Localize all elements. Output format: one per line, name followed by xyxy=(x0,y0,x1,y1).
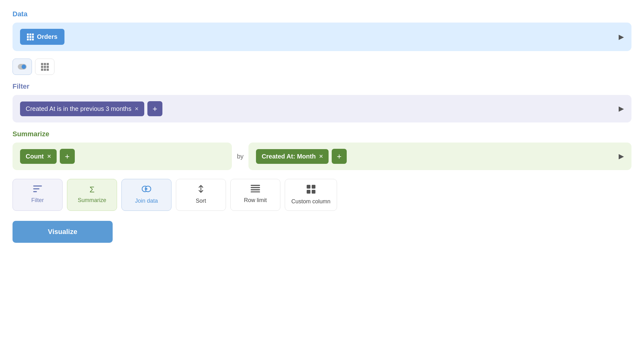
svg-point-5 xyxy=(146,188,147,190)
grid-view-icon xyxy=(41,63,49,71)
filter-section: Filter Created At is in the previous 3 m… xyxy=(13,82,631,122)
custom-column-button[interactable]: Custom column xyxy=(285,179,337,211)
data-section-label: Data xyxy=(13,10,631,18)
join-action-label: Join data xyxy=(135,198,158,204)
toggle-icon xyxy=(18,64,27,70)
svg-rect-10 xyxy=(307,185,310,189)
summarize-action-icon: Σ xyxy=(89,185,95,195)
svg-rect-11 xyxy=(312,185,315,189)
count-tag-text: Count xyxy=(26,153,44,160)
filter-section-label: Filter xyxy=(13,82,631,91)
view-toggle-row xyxy=(13,59,631,75)
summarize-cards-wrapper: Count ✕ + by Created At: Month ✕ + ▶ xyxy=(13,143,631,170)
summarize-section-label: Summarize xyxy=(13,130,631,138)
summarize-groupby-card: Created At: Month ✕ + ▶ xyxy=(248,143,631,170)
join-data-button[interactable]: Join data xyxy=(121,179,171,211)
data-card: Orders ▶ xyxy=(13,23,631,51)
data-card-arrow: ▶ xyxy=(619,33,624,41)
filter-add-icon: + xyxy=(152,104,157,114)
filter-action-label: Filter xyxy=(31,197,44,204)
count-tag-button[interactable]: Count ✕ xyxy=(20,149,57,164)
action-buttons-row: Filter Σ Summarize Join data Sort xyxy=(13,179,631,211)
sort-button[interactable]: Sort xyxy=(176,179,226,211)
add-summarize-button[interactable]: Σ Summarize xyxy=(67,179,117,211)
sort-action-icon xyxy=(197,185,205,195)
visualize-button[interactable]: Visualize xyxy=(13,221,113,243)
custom-column-action-label: Custom column xyxy=(291,198,330,205)
add-filter-button[interactable]: Filter xyxy=(13,179,63,211)
visualize-section: Visualize xyxy=(13,221,631,243)
visualize-label: Visualize xyxy=(48,228,77,236)
orders-button[interactable]: Orders xyxy=(20,29,64,45)
svg-rect-7 xyxy=(251,187,260,188)
groupby-add-icon: + xyxy=(337,152,341,161)
row-limit-action-label: Row limit xyxy=(244,197,267,204)
count-add-button[interactable]: + xyxy=(60,149,75,164)
row-limit-button[interactable]: Row limit xyxy=(230,179,280,211)
count-close-icon[interactable]: ✕ xyxy=(47,153,51,159)
sort-action-label: Sort xyxy=(196,198,206,204)
filter-card: Created At is in the previous 3 months ✕… xyxy=(13,95,631,122)
summarize-section: Summarize Count ✕ + by Created At: Month… xyxy=(13,130,631,170)
summarize-card-arrow: ▶ xyxy=(619,152,624,160)
svg-rect-0 xyxy=(33,185,42,187)
summarize-action-label: Summarize xyxy=(78,197,106,204)
by-label: by xyxy=(237,153,243,160)
grid-view-button[interactable] xyxy=(35,59,54,75)
row-limit-action-icon xyxy=(251,185,260,195)
created-at-tag-text: Created At: Month xyxy=(262,153,316,160)
svg-rect-1 xyxy=(33,188,39,190)
filter-add-button[interactable]: + xyxy=(147,101,162,116)
filter-tag-text: Created At is in the previous 3 months xyxy=(26,105,131,112)
toggle-view-button[interactable] xyxy=(13,59,32,75)
svg-rect-6 xyxy=(251,185,260,186)
created-at-close-icon[interactable]: ✕ xyxy=(319,153,323,159)
svg-rect-9 xyxy=(251,191,260,192)
svg-rect-13 xyxy=(312,190,315,194)
filter-tag-button[interactable]: Created At is in the previous 3 months ✕ xyxy=(20,101,144,116)
groupby-add-button[interactable]: + xyxy=(332,149,347,164)
data-section: Data Orders ▶ xyxy=(13,10,631,75)
orders-grid-icon xyxy=(27,34,34,40)
created-at-tag-button[interactable]: Created At: Month ✕ xyxy=(256,149,329,164)
count-add-icon: + xyxy=(65,152,69,161)
svg-rect-8 xyxy=(251,189,260,190)
filter-card-arrow: ▶ xyxy=(619,105,624,113)
svg-rect-12 xyxy=(307,190,310,194)
custom-column-action-icon xyxy=(307,185,315,196)
orders-button-label: Orders xyxy=(37,33,58,40)
filter-action-icon xyxy=(33,185,42,195)
summarize-count-card: Count ✕ + xyxy=(13,143,232,170)
join-action-icon xyxy=(142,185,151,195)
svg-rect-2 xyxy=(33,191,37,192)
filter-close-icon[interactable]: ✕ xyxy=(135,106,139,112)
